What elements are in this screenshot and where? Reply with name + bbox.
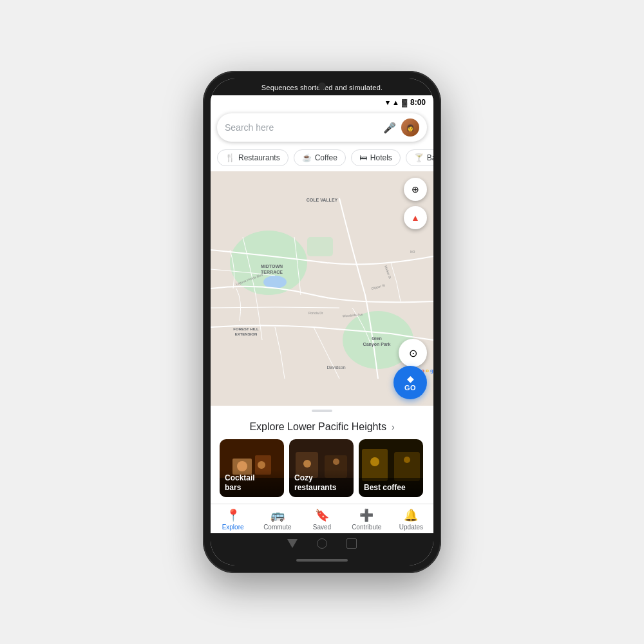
phone-notch xyxy=(318,82,326,90)
chip-bars-label: Bars xyxy=(427,153,433,162)
svg-point-35 xyxy=(333,459,339,465)
map-area[interactable]: COLE VALLEY MIDTOWN TERRACE FOREST HILL … xyxy=(211,171,433,406)
nav-updates[interactable]: 🔔 Updates xyxy=(389,508,433,531)
updates-nav-icon: 🔔 xyxy=(404,508,418,522)
explore-cards: Cocktailbars Cozyrestaurants xyxy=(220,439,424,497)
nav-updates-label: Updates xyxy=(399,524,423,531)
go-label: GO xyxy=(404,384,416,392)
coffee-icon: ☕ xyxy=(302,153,312,162)
navigation-icon: ◆ xyxy=(407,374,414,384)
svg-point-41 xyxy=(404,457,410,463)
svg-text:Glen: Glen xyxy=(372,336,382,341)
svg-text:Davidson: Davidson xyxy=(327,365,345,370)
recents-button[interactable] xyxy=(346,538,357,549)
svg-text:o: o xyxy=(426,368,429,374)
bottom-pill xyxy=(296,559,348,562)
saved-nav-icon: 🔖 xyxy=(315,508,329,522)
svg-text:Portola Dr: Portola Dr xyxy=(308,311,323,315)
wifi-icon: ▾ xyxy=(386,99,390,107)
svg-text:COLE VALLEY: COLE VALLEY xyxy=(307,198,338,202)
user-avatar[interactable]: 👩 xyxy=(401,118,419,137)
nav-contribute[interactable]: ➕ Contribute xyxy=(345,508,389,531)
card-cozy-restaurants[interactable]: Cozyrestaurants xyxy=(289,439,354,497)
svg-text:FOREST HILL: FOREST HILL xyxy=(233,327,259,331)
svg-text:NO: NO xyxy=(410,250,415,254)
card-best-coffee[interactable]: Best coffee xyxy=(359,439,423,497)
bars-icon: 🍸 xyxy=(414,153,424,162)
home-button[interactable] xyxy=(317,538,327,549)
compass-button[interactable]: ▲ xyxy=(404,206,427,229)
svg-point-4 xyxy=(263,276,287,289)
search-placeholder: Search here xyxy=(225,122,378,133)
svg-point-40 xyxy=(370,457,379,466)
svg-rect-3 xyxy=(307,237,333,256)
nav-saved-label: Saved xyxy=(313,524,331,531)
chevron-right-icon[interactable]: › xyxy=(392,422,395,432)
chip-coffee[interactable]: ☕ Coffee xyxy=(294,149,346,166)
svg-text:Canyon Park: Canyon Park xyxy=(363,342,391,347)
layers-button[interactable]: ⊕ xyxy=(404,178,427,201)
svg-point-34 xyxy=(303,460,311,468)
chip-restaurants[interactable]: 🍴 Restaurants xyxy=(217,149,289,166)
card-best-coffee-label: Best coffee xyxy=(359,479,423,497)
drag-handle-area[interactable] xyxy=(211,406,433,416)
restaurants-icon: 🍴 xyxy=(225,153,235,162)
bottom-bar xyxy=(211,556,433,565)
hotels-icon: 🛏 xyxy=(359,153,367,162)
layers-icon: ⊕ xyxy=(412,184,419,194)
signal-icon: ▲ xyxy=(392,99,399,106)
svg-text:EXTENSION: EXTENSION xyxy=(235,332,258,336)
chip-hotels[interactable]: 🛏 Hotels xyxy=(351,149,401,166)
commute-nav-icon: 🚌 xyxy=(270,508,285,522)
explore-title: Explore Lower Pacific Heights › xyxy=(220,421,424,433)
status-icons: ▾ ▲ ▓ xyxy=(386,99,407,107)
go-button[interactable]: ◆ GO xyxy=(393,366,427,399)
phone-screen: Sequences shortened and simulated. ▾ ▲ ▓… xyxy=(211,79,433,565)
bottom-nav: 📍 Explore 🚌 Commute 🔖 Saved ➕ Contribute… xyxy=(211,504,433,533)
battery-icon: ▓ xyxy=(402,99,407,106)
card-cozy-label: Cozyrestaurants xyxy=(289,469,354,497)
back-button[interactable] xyxy=(287,539,298,548)
phone-home-area xyxy=(211,533,433,556)
explore-section: Explore Lower Pacific Heights › Cocktail… xyxy=(211,416,433,504)
svg-point-29 xyxy=(258,461,265,469)
nav-commute[interactable]: 🚌 Commute xyxy=(255,508,299,531)
drag-handle xyxy=(312,410,332,412)
nav-saved[interactable]: 🔖 Saved xyxy=(299,508,344,531)
svg-text:TERRACE: TERRACE xyxy=(261,270,283,274)
search-bar-container: Search here 🎤 👩 xyxy=(211,109,433,147)
chip-restaurants-label: Restaurants xyxy=(238,153,280,162)
explore-nav-icon: 📍 xyxy=(226,508,240,522)
phone-device: Sequences shortened and simulated. ▾ ▲ ▓… xyxy=(203,71,441,573)
contribute-nav-icon: ➕ xyxy=(359,508,374,522)
location-button[interactable]: ⊙ xyxy=(399,339,427,367)
nav-explore-label: Explore xyxy=(222,524,244,531)
chip-bars[interactable]: 🍸 Bars xyxy=(406,149,433,166)
status-time: 8:00 xyxy=(410,98,426,107)
chip-hotels-label: Hotels xyxy=(370,153,392,162)
nav-commute-label: Commute xyxy=(263,524,291,531)
compass-icon: ▲ xyxy=(411,213,420,223)
location-icon: ⊙ xyxy=(409,347,417,359)
nav-explore[interactable]: 📍 Explore xyxy=(211,508,255,531)
chip-coffee-label: Coffee xyxy=(315,153,337,162)
explore-title-text: Explore Lower Pacific Heights xyxy=(249,421,386,433)
card-cocktail-label: Cocktailbars xyxy=(220,469,284,497)
svg-text:MIDTOWN: MIDTOWN xyxy=(261,264,283,269)
search-bar[interactable]: Search here 🎤 👩 xyxy=(217,113,427,142)
mic-icon[interactable]: 🎤 xyxy=(383,122,396,134)
card-cocktail-bars[interactable]: Cocktailbars xyxy=(220,439,284,497)
svg-rect-39 xyxy=(394,452,420,481)
filter-chips: 🍴 Restaurants ☕ Coffee 🛏 Hotels 🍸 Bars xyxy=(211,147,433,171)
status-bar: ▾ ▲ ▓ 8:00 xyxy=(211,95,433,109)
svg-text:g: g xyxy=(430,368,433,374)
nav-contribute-label: Contribute xyxy=(352,524,381,531)
